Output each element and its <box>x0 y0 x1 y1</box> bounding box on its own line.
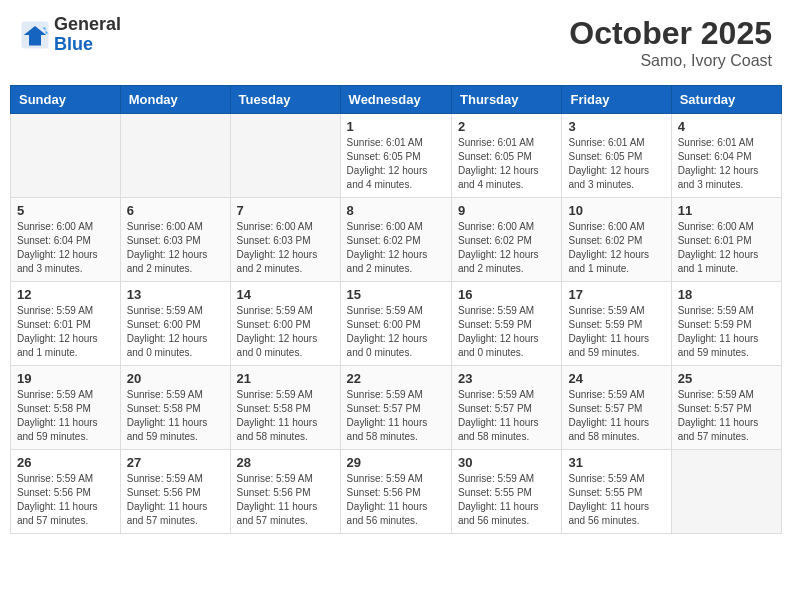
calendar-cell: 31Sunrise: 5:59 AM Sunset: 5:55 PM Dayli… <box>562 450 671 534</box>
day-info: Sunrise: 5:59 AM Sunset: 6:01 PM Dayligh… <box>17 304 114 360</box>
calendar-cell <box>230 114 340 198</box>
weekday-header-friday: Friday <box>562 86 671 114</box>
day-number: 9 <box>458 203 555 218</box>
day-number: 6 <box>127 203 224 218</box>
day-number: 14 <box>237 287 334 302</box>
day-info: Sunrise: 6:01 AM Sunset: 6:05 PM Dayligh… <box>347 136 445 192</box>
day-number: 27 <box>127 455 224 470</box>
weekday-header-thursday: Thursday <box>452 86 562 114</box>
day-info: Sunrise: 5:59 AM Sunset: 5:58 PM Dayligh… <box>17 388 114 444</box>
calendar-cell: 10Sunrise: 6:00 AM Sunset: 6:02 PM Dayli… <box>562 198 671 282</box>
day-info: Sunrise: 6:01 AM Sunset: 6:04 PM Dayligh… <box>678 136 775 192</box>
day-info: Sunrise: 5:59 AM Sunset: 5:58 PM Dayligh… <box>237 388 334 444</box>
day-number: 24 <box>568 371 664 386</box>
day-number: 12 <box>17 287 114 302</box>
day-info: Sunrise: 5:59 AM Sunset: 6:00 PM Dayligh… <box>127 304 224 360</box>
day-number: 10 <box>568 203 664 218</box>
calendar-cell: 9Sunrise: 6:00 AM Sunset: 6:02 PM Daylig… <box>452 198 562 282</box>
day-number: 22 <box>347 371 445 386</box>
calendar-cell: 24Sunrise: 5:59 AM Sunset: 5:57 PM Dayli… <box>562 366 671 450</box>
day-number: 21 <box>237 371 334 386</box>
calendar-cell: 5Sunrise: 6:00 AM Sunset: 6:04 PM Daylig… <box>11 198 121 282</box>
logo-text: General Blue <box>54 15 121 55</box>
calendar-week-4: 19Sunrise: 5:59 AM Sunset: 5:58 PM Dayli… <box>11 366 782 450</box>
calendar-cell: 11Sunrise: 6:00 AM Sunset: 6:01 PM Dayli… <box>671 198 781 282</box>
day-number: 20 <box>127 371 224 386</box>
day-info: Sunrise: 5:59 AM Sunset: 5:57 PM Dayligh… <box>568 388 664 444</box>
day-number: 23 <box>458 371 555 386</box>
calendar-cell: 12Sunrise: 5:59 AM Sunset: 6:01 PM Dayli… <box>11 282 121 366</box>
calendar-week-5: 26Sunrise: 5:59 AM Sunset: 5:56 PM Dayli… <box>11 450 782 534</box>
calendar-cell: 2Sunrise: 6:01 AM Sunset: 6:05 PM Daylig… <box>452 114 562 198</box>
calendar-cell: 23Sunrise: 5:59 AM Sunset: 5:57 PM Dayli… <box>452 366 562 450</box>
logo-icon <box>20 20 50 50</box>
calendar-week-1: 1Sunrise: 6:01 AM Sunset: 6:05 PM Daylig… <box>11 114 782 198</box>
logo-blue: Blue <box>54 35 121 55</box>
day-info: Sunrise: 5:59 AM Sunset: 5:57 PM Dayligh… <box>458 388 555 444</box>
weekday-header-sunday: Sunday <box>11 86 121 114</box>
title-block: October 2025 Samo, Ivory Coast <box>569 15 772 70</box>
calendar-cell: 30Sunrise: 5:59 AM Sunset: 5:55 PM Dayli… <box>452 450 562 534</box>
day-info: Sunrise: 6:00 AM Sunset: 6:02 PM Dayligh… <box>347 220 445 276</box>
day-info: Sunrise: 5:59 AM Sunset: 5:59 PM Dayligh… <box>458 304 555 360</box>
day-number: 7 <box>237 203 334 218</box>
day-info: Sunrise: 5:59 AM Sunset: 5:56 PM Dayligh… <box>237 472 334 528</box>
day-info: Sunrise: 5:59 AM Sunset: 5:59 PM Dayligh… <box>568 304 664 360</box>
day-number: 8 <box>347 203 445 218</box>
day-number: 17 <box>568 287 664 302</box>
calendar-cell: 1Sunrise: 6:01 AM Sunset: 6:05 PM Daylig… <box>340 114 451 198</box>
calendar-cell: 25Sunrise: 5:59 AM Sunset: 5:57 PM Dayli… <box>671 366 781 450</box>
day-info: Sunrise: 5:59 AM Sunset: 6:00 PM Dayligh… <box>347 304 445 360</box>
calendar-cell <box>11 114 121 198</box>
weekday-header-saturday: Saturday <box>671 86 781 114</box>
calendar-cell: 13Sunrise: 5:59 AM Sunset: 6:00 PM Dayli… <box>120 282 230 366</box>
calendar-cell: 21Sunrise: 5:59 AM Sunset: 5:58 PM Dayli… <box>230 366 340 450</box>
day-info: Sunrise: 5:59 AM Sunset: 5:56 PM Dayligh… <box>347 472 445 528</box>
day-info: Sunrise: 6:01 AM Sunset: 6:05 PM Dayligh… <box>458 136 555 192</box>
calendar-cell: 3Sunrise: 6:01 AM Sunset: 6:05 PM Daylig… <box>562 114 671 198</box>
calendar-cell: 14Sunrise: 5:59 AM Sunset: 6:00 PM Dayli… <box>230 282 340 366</box>
page-header: General Blue October 2025 Samo, Ivory Co… <box>10 10 782 75</box>
day-info: Sunrise: 6:00 AM Sunset: 6:02 PM Dayligh… <box>568 220 664 276</box>
day-info: Sunrise: 6:00 AM Sunset: 6:01 PM Dayligh… <box>678 220 775 276</box>
calendar-cell: 19Sunrise: 5:59 AM Sunset: 5:58 PM Dayli… <box>11 366 121 450</box>
day-number: 16 <box>458 287 555 302</box>
day-info: Sunrise: 5:59 AM Sunset: 5:58 PM Dayligh… <box>127 388 224 444</box>
day-info: Sunrise: 6:00 AM Sunset: 6:03 PM Dayligh… <box>237 220 334 276</box>
day-number: 13 <box>127 287 224 302</box>
day-info: Sunrise: 5:59 AM Sunset: 5:55 PM Dayligh… <box>568 472 664 528</box>
day-info: Sunrise: 6:00 AM Sunset: 6:03 PM Dayligh… <box>127 220 224 276</box>
weekday-header-tuesday: Tuesday <box>230 86 340 114</box>
calendar-cell: 17Sunrise: 5:59 AM Sunset: 5:59 PM Dayli… <box>562 282 671 366</box>
day-number: 18 <box>678 287 775 302</box>
logo-general: General <box>54 15 121 35</box>
weekday-header-wednesday: Wednesday <box>340 86 451 114</box>
day-number: 19 <box>17 371 114 386</box>
day-number: 28 <box>237 455 334 470</box>
logo: General Blue <box>20 15 121 55</box>
day-info: Sunrise: 5:59 AM Sunset: 5:56 PM Dayligh… <box>17 472 114 528</box>
day-number: 1 <box>347 119 445 134</box>
calendar-cell: 6Sunrise: 6:00 AM Sunset: 6:03 PM Daylig… <box>120 198 230 282</box>
day-number: 3 <box>568 119 664 134</box>
day-info: Sunrise: 6:01 AM Sunset: 6:05 PM Dayligh… <box>568 136 664 192</box>
day-number: 25 <box>678 371 775 386</box>
calendar-cell: 15Sunrise: 5:59 AM Sunset: 6:00 PM Dayli… <box>340 282 451 366</box>
day-number: 29 <box>347 455 445 470</box>
day-number: 2 <box>458 119 555 134</box>
calendar-cell: 28Sunrise: 5:59 AM Sunset: 5:56 PM Dayli… <box>230 450 340 534</box>
day-info: Sunrise: 5:59 AM Sunset: 5:57 PM Dayligh… <box>347 388 445 444</box>
calendar-cell: 27Sunrise: 5:59 AM Sunset: 5:56 PM Dayli… <box>120 450 230 534</box>
calendar-cell: 8Sunrise: 6:00 AM Sunset: 6:02 PM Daylig… <box>340 198 451 282</box>
weekday-header-row: SundayMondayTuesdayWednesdayThursdayFrid… <box>11 86 782 114</box>
day-info: Sunrise: 5:59 AM Sunset: 5:57 PM Dayligh… <box>678 388 775 444</box>
day-number: 4 <box>678 119 775 134</box>
calendar-cell: 26Sunrise: 5:59 AM Sunset: 5:56 PM Dayli… <box>11 450 121 534</box>
calendar-cell: 7Sunrise: 6:00 AM Sunset: 6:03 PM Daylig… <box>230 198 340 282</box>
day-number: 11 <box>678 203 775 218</box>
calendar-table: SundayMondayTuesdayWednesdayThursdayFrid… <box>10 85 782 534</box>
day-info: Sunrise: 5:59 AM Sunset: 6:00 PM Dayligh… <box>237 304 334 360</box>
day-info: Sunrise: 5:59 AM Sunset: 5:56 PM Dayligh… <box>127 472 224 528</box>
day-info: Sunrise: 5:59 AM Sunset: 5:59 PM Dayligh… <box>678 304 775 360</box>
day-number: 30 <box>458 455 555 470</box>
